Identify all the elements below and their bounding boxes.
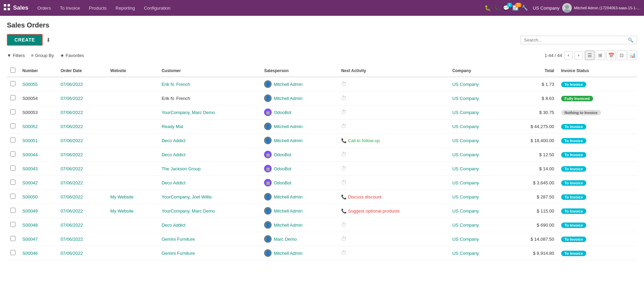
select-all-checkbox[interactable] [10,68,15,73]
clock-icon[interactable]: ⏱ [341,222,347,228]
status-badge: To Invoice [561,180,587,186]
col-website[interactable]: Website [107,65,158,77]
phone-icon[interactable]: 📞 [494,5,500,11]
customer-link[interactable]: Gemini Furniture [162,237,195,242]
salesperson-name: OdooBot [274,180,291,185]
order-number-link[interactable]: S00049 [22,208,38,214]
search-area[interactable]: 🔍 [520,36,637,44]
order-number-link[interactable]: S00046 [22,251,38,256]
order-number-link[interactable]: S00047 [22,237,38,242]
order-number-link[interactable]: S00044 [22,152,38,157]
customer-link[interactable]: Deco Addict [162,223,185,228]
menu-reporting[interactable]: Reporting [111,4,139,12]
menu-configuration[interactable]: Configuration [140,4,174,12]
invoice-status: To Invoice [558,218,637,232]
customer-link[interactable]: Erik N. French [162,82,190,87]
clock-icon[interactable]: ⏱ [341,166,347,171]
col-order-date[interactable]: Order Date [57,65,107,77]
total: $ 12.50 [506,148,558,162]
order-number-link[interactable]: S00050 [22,194,38,199]
salesperson-name: OdooBot [274,110,291,115]
menu-to-invoice[interactable]: To Invoice [56,4,84,12]
menu-orders[interactable]: Orders [33,4,55,12]
graph-view-button[interactable]: 📊 [627,50,637,60]
user-menu[interactable]: Mitchell Admin (17204063-saas-15-1-… [562,3,641,13]
order-number-link[interactable]: S00051 [22,138,38,143]
customer-link[interactable]: The Jackson Group [162,166,200,171]
clock-icon[interactable]: ⏱ [341,250,347,256]
list-view-button[interactable]: ☰ [585,50,594,60]
order-number-link[interactable]: S00042 [22,180,38,185]
status-badge: To Invoice [561,251,587,256]
customer-link[interactable]: Gemini Furniture [162,251,195,256]
col-total[interactable]: Total [506,65,558,77]
customer-link[interactable]: Deco Addict [162,180,185,185]
search-input[interactable] [524,37,628,43]
svg-point-4 [565,5,569,9]
clock-icon[interactable]: ⏱ [341,109,347,115]
clock-icon[interactable]: ⏱ [341,95,347,101]
settings-icon[interactable]: 🔧 [522,5,528,11]
order-number-link[interactable]: S00048 [22,223,38,228]
col-salesperson[interactable]: Salesperson [261,65,338,77]
calendar-view-button[interactable]: 📅 [606,50,616,60]
total: $ 690.00 [506,218,558,232]
prev-page-button[interactable]: ‹ [564,51,572,59]
row-checkbox[interactable] [10,208,15,213]
customer-link[interactable]: Ready Mat [162,124,183,129]
row-checkbox[interactable] [10,250,15,255]
row-checkbox[interactable] [10,151,15,157]
clock-icon[interactable]: ⏱ [341,236,347,242]
filters-button[interactable]: ▼ Filters [7,53,25,58]
create-button[interactable]: CREATE [7,34,43,46]
group-by-button[interactable]: ≡ Group By [31,53,54,58]
clock-icon[interactable]: ⏱ [341,81,347,87]
row-checkbox[interactable] [10,81,15,86]
order-date: 07/06/2022 [57,204,107,218]
order-number-link[interactable]: S00043 [22,166,38,171]
customer: The Jackson Group [158,162,261,176]
favorites-button[interactable]: ★ Favorites [60,53,84,58]
row-checkbox[interactable] [10,180,15,185]
row-checkbox[interactable] [10,109,15,114]
col-company[interactable]: Company [449,65,506,77]
customer-link[interactable]: YourCompany, Joel Willis [162,194,212,199]
pivot-view-button[interactable]: ⊡ [617,50,626,60]
app-logo[interactable]: Sales [3,4,28,12]
col-number[interactable]: Number [19,65,57,77]
chat-icon[interactable]: 💬 5 [503,5,510,11]
row-checkbox[interactable] [10,137,15,142]
download-icon[interactable]: ⬇ [46,37,51,43]
salesperson-avatar: 👤 [264,207,272,215]
row-checkbox[interactable] [10,236,15,241]
customer-link[interactable]: YourCompany, Marc Demo [162,110,215,115]
salesperson: 👤Mitchell Admin [261,218,338,232]
kanban-view-button[interactable]: ⊞ [596,50,605,60]
col-next-activity[interactable]: Next Activity [338,65,449,77]
row-checkbox[interactable] [10,222,15,227]
menu-products[interactable]: Products [85,4,111,12]
order-number-link[interactable]: S00055 [22,82,38,87]
company: US Company [449,162,506,176]
customer-link[interactable]: Deco Addict [162,152,185,157]
salesperson: 🤖OdooBot [261,176,338,190]
clock-icon[interactable]: ⏱ [341,151,347,157]
col-invoice-status[interactable]: Invoice Status [558,65,637,77]
clock-icon[interactable]: ⏱ [341,123,347,129]
customer: Ready Mat [158,119,261,134]
row-checkbox[interactable] [10,123,15,128]
row-checkbox[interactable] [10,95,15,100]
table-row: S0005107/06/2022Deco Addict👤Mitchell Adm… [7,134,637,148]
bug-icon[interactable]: 🐛 [484,5,491,11]
customer-link[interactable]: YourCompany, Marc Demo [162,208,215,214]
row-checkbox[interactable] [10,194,15,199]
next-page-button[interactable]: › [575,51,583,59]
invoice-status: To Invoice [558,246,637,260]
order-number-link[interactable]: S00052 [22,124,38,129]
customer-link[interactable]: Deco Addict [162,138,185,143]
clock-icon[interactable]: ⏱ [341,180,347,185]
discuss-icon: 📞 [341,194,347,199]
refresh-icon[interactable]: 🔄 31 [512,5,519,11]
col-customer[interactable]: Customer [158,65,261,77]
row-checkbox[interactable] [10,166,15,171]
